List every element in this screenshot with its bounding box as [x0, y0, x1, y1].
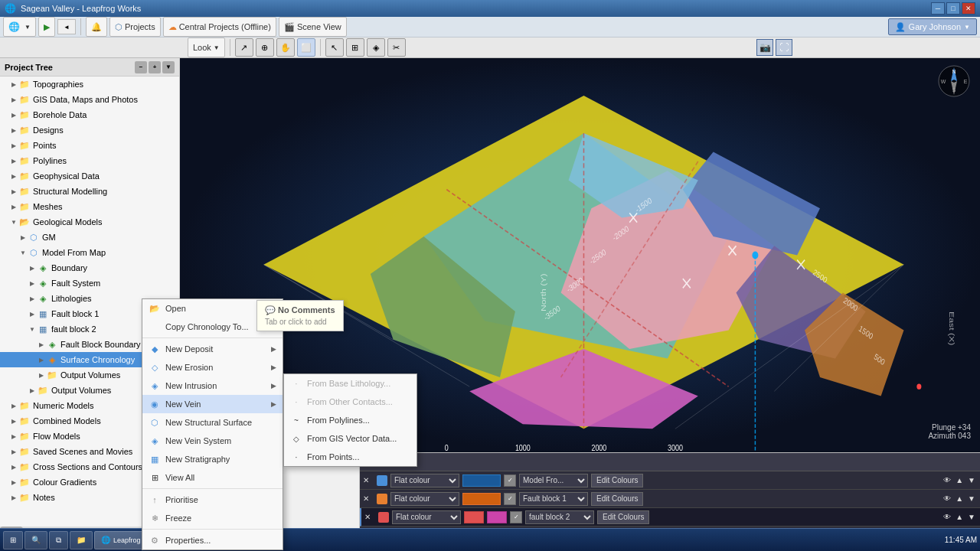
sub-from-gis[interactable]: ◇ From GIS Vector Data... — [284, 429, 416, 448]
layer-eye-1[interactable]: 👁 — [942, 476, 952, 484]
expand-gis[interactable]: ▶ — [9, 95, 18, 104]
layer-down-2[interactable]: ▼ — [966, 494, 977, 503]
tree-item-gm[interactable]: ▶ ⬡ GM — [0, 230, 179, 245]
tree-item-boundary[interactable]: ▶ ◈ Boundary — [0, 260, 179, 276]
ctx-new-deposit[interactable]: ◆ New Deposit ▶ — [142, 340, 283, 358]
expand-geophysical[interactable]: ▶ — [9, 171, 18, 181]
expand-topographies[interactable]: ▶ — [9, 80, 18, 89]
ctx-freeze[interactable]: ❄ Freeze — [142, 509, 283, 527]
expand-points[interactable]: ▶ — [9, 141, 18, 150]
screenshot-button[interactable]: 📷 — [756, 39, 773, 56]
taskbar-task-view[interactable]: ⧉ — [49, 531, 68, 549]
tree-collapse-button[interactable]: − — [135, 61, 147, 73]
user-button[interactable]: 👤 Gary Johnson ▼ — [888, 18, 977, 35]
tree-item-meshes[interactable]: ▶ 📁 Meshes — [0, 199, 179, 214]
scene-view-tab[interactable]: 🎬 Scene View — [279, 17, 347, 37]
layer-model-select-1[interactable]: Model Fro... — [519, 474, 588, 487]
layer-check-1[interactable]: ✓ — [504, 474, 516, 487]
maximize-button[interactable]: □ — [946, 2, 960, 15]
expand-borehole[interactable]: ▶ — [9, 110, 18, 119]
sub-from-points[interactable]: · From Points... — [284, 448, 416, 466]
expand-structural[interactable]: ▶ — [9, 187, 18, 196]
expand-combined[interactable]: ▶ — [9, 416, 18, 425]
layer-type-select-1[interactable]: Flat colour — [390, 474, 459, 487]
layer-down-3[interactable]: ▼ — [966, 513, 977, 521]
pan-tool[interactable]: ✋ — [276, 38, 295, 57]
expand-ov2[interactable]: ▶ — [28, 386, 37, 395]
expand-colour[interactable]: ▶ — [9, 478, 18, 487]
expand-gm[interactable]: ▶ — [18, 233, 28, 242]
ctx-properties[interactable]: ⚙ Properties... — [142, 531, 283, 549]
tree-item-gis[interactable]: ▶ 📁 GIS Data, Maps and Photos — [0, 92, 179, 107]
ctx-new-erosion[interactable]: ◇ New Erosion ▶ — [142, 358, 283, 377]
expand-meshes[interactable]: ▶ — [9, 202, 18, 211]
ctx-new-vein[interactable]: ◉ New Vein ▶ — [142, 395, 283, 413]
edit-colours-btn-2[interactable]: Edit Colours — [591, 492, 643, 506]
tree-item-model-from-map[interactable]: ▼ ⬡ Model From Map — [0, 245, 179, 260]
projects-button[interactable]: ⬡ Projects — [109, 17, 161, 37]
expand-sc[interactable]: ▶ — [37, 355, 46, 364]
expand-geological[interactable]: ▼ — [9, 217, 18, 227]
layer-model-select-2[interactable]: Fault block 1 — [519, 492, 588, 506]
nav-left-button[interactable]: ◄ — [57, 19, 76, 34]
leapfrog-menu-button[interactable]: 🌐 ▼ — [3, 17, 36, 37]
expand-model-from-map[interactable]: ▼ — [18, 248, 28, 257]
minimize-button[interactable]: ─ — [931, 2, 945, 15]
tree-item-structural[interactable]: ▶ 📁 Structural Modelling — [0, 184, 179, 199]
edit-colours-btn-1[interactable]: Edit Colours — [591, 474, 643, 487]
layer-up-3[interactable]: ▲ — [954, 513, 965, 521]
expand-numeric[interactable]: ▶ — [9, 401, 18, 410]
layer-type-select-2[interactable]: Flat colour — [390, 492, 459, 506]
expand-ov1[interactable]: ▶ — [37, 370, 46, 380]
ctx-new-vein-system[interactable]: ◈ New Vein System — [142, 432, 283, 450]
layer-type-select-3[interactable]: Flat colour — [392, 510, 461, 524]
expand-saved[interactable]: ▶ — [9, 447, 18, 456]
expand-boundary[interactable]: ▶ — [28, 263, 37, 272]
tree-item-fault-system[interactable]: ▶ ◈ Fault System — [0, 276, 179, 291]
zoom-tool[interactable]: ⬜ — [297, 38, 315, 57]
select-tool[interactable]: ↖ — [325, 38, 344, 57]
tree-item-points[interactable]: ▶ 📁 Points — [0, 138, 179, 153]
layer-close-3[interactable]: ✕ — [364, 513, 375, 521]
expand-flow[interactable]: ▶ — [9, 432, 18, 441]
run-button[interactable]: ▶ — [38, 17, 55, 37]
layer-swatch-left-3[interactable] — [464, 511, 484, 523]
taskbar-explorer[interactable]: 📁 — [70, 531, 93, 549]
edit-colours-btn-3[interactable]: Edit Colours — [597, 510, 649, 524]
look-button[interactable]: Look ▼ — [188, 37, 225, 57]
start-button[interactable]: ⊞ — [3, 531, 23, 549]
layer-eye-2[interactable]: 👁 — [942, 494, 952, 503]
ctx-new-intrusion[interactable]: ◈ New Intrusion ▶ — [142, 377, 283, 395]
expand-fault-system[interactable]: ▶ — [28, 279, 37, 288]
tree-item-geophysical[interactable]: ▶ 📁 Geophysical Data — [0, 168, 179, 184]
central-projects-button[interactable]: ☁ Central Projects (Offline) — [163, 17, 276, 37]
tree-item-designs[interactable]: ▶ 📁 Designs — [0, 122, 179, 138]
layer-row-fault-block-1[interactable]: ✕ Flat colour ✓ Fault block 1 Edit Colou… — [360, 490, 980, 508]
layer-color-swatch-2[interactable] — [462, 493, 501, 505]
close-button[interactable]: ✕ — [962, 2, 975, 15]
tree-item-borehole[interactable]: ▶ 📁 Borehole Data — [0, 107, 179, 122]
layer-up-1[interactable]: ▲ — [954, 476, 965, 484]
expand-designs[interactable]: ▶ — [9, 126, 18, 135]
notification-bell[interactable]: 🔔 — [86, 17, 107, 37]
pointer-tool[interactable]: ↗ — [235, 38, 253, 57]
expand-fb1[interactable]: ▶ — [28, 309, 37, 318]
tree-filter-button[interactable]: ▼ — [162, 61, 175, 73]
taskbar-search-button[interactable]: 🔍 — [24, 531, 47, 549]
expand-lithologies[interactable]: ▶ — [28, 294, 37, 303]
tree-item-topographies[interactable]: ▶ 📁 Topographies — [0, 77, 179, 92]
expand-notes[interactable]: ▶ — [9, 493, 18, 502]
orbit-tool[interactable]: ⊕ — [256, 38, 274, 57]
expand-fb2[interactable]: ▼ — [28, 324, 37, 334]
pick-tool[interactable]: ⊞ — [346, 38, 364, 57]
layer-close-1[interactable]: ✕ — [363, 476, 374, 484]
tree-expand-button[interactable]: + — [149, 61, 161, 73]
layer-up-2[interactable]: ▲ — [954, 494, 965, 503]
layer-row-fault-block-2[interactable]: ✕ Flat colour ✓ fault block 2 Edit Colou… — [360, 508, 980, 527]
ctx-view-all[interactable]: ⊞ View All — [142, 468, 283, 487]
layer-color-swatch-1[interactable] — [462, 474, 501, 487]
layer-check-3[interactable]: ✓ — [510, 511, 522, 523]
layer-eye-3[interactable]: 👁 — [942, 513, 952, 521]
tree-item-polylines[interactable]: ▶ 📁 Polylines — [0, 153, 179, 168]
layer-close-2[interactable]: ✕ — [363, 494, 374, 503]
